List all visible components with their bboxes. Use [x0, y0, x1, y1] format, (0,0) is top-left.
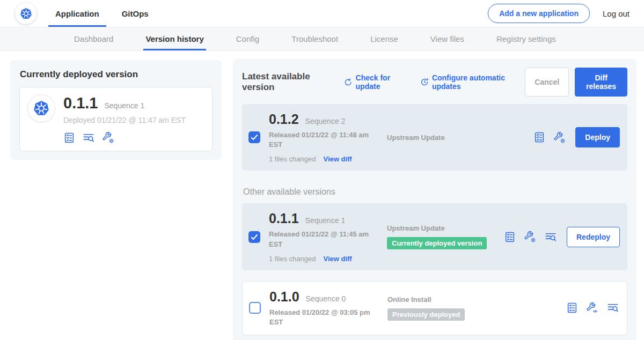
- latest-version-title: Latest available version: [242, 71, 334, 93]
- tab-gitops[interactable]: GitOps: [115, 0, 156, 27]
- released-timestamp: Released 01/20/22 @ 03:05 pm EST: [269, 308, 376, 327]
- deploy-button[interactable]: Deploy: [575, 127, 620, 147]
- sequence-label: Sequence 2: [305, 117, 346, 125]
- configure-automatic-updates-link[interactable]: Configure automatic updates: [420, 73, 525, 91]
- deploy-logs-icon[interactable]: [82, 132, 95, 144]
- version-source-label: Upstream Update: [387, 134, 533, 142]
- subnav-dashboard[interactable]: Dashboard: [74, 27, 113, 50]
- cancel-button[interactable]: Cancel: [525, 68, 569, 97]
- version-history-panel: Latest available version Check for updat…: [233, 59, 636, 340]
- refresh-icon: [344, 78, 352, 87]
- check-for-update-link[interactable]: Check for update: [344, 73, 410, 91]
- files-changed-label: 1 files changed: [269, 155, 316, 163]
- view-config-icon[interactable]: [586, 302, 598, 314]
- subnav-license[interactable]: License: [370, 27, 398, 50]
- version-checkbox[interactable]: [248, 231, 260, 243]
- version-checkbox[interactable]: [249, 302, 261, 314]
- deployed-version-number: 0.1.1: [63, 94, 98, 112]
- app-icon: [27, 94, 55, 122]
- edit-config-icon[interactable]: [553, 131, 566, 144]
- currently-deployed-badge: Currently deployed version: [387, 237, 487, 249]
- deployed-version-card: 0.1.1 Sequence 1 Deployed 01/21/22 @ 11:…: [19, 87, 213, 151]
- version-number: 0.1.2: [269, 112, 299, 127]
- subnav-config[interactable]: Config: [236, 27, 259, 50]
- edit-config-icon[interactable]: [102, 131, 114, 144]
- view-diff-link[interactable]: View diff: [323, 155, 352, 163]
- released-timestamp: Released 01/21/22 @ 11:48 am EST: [269, 130, 375, 150]
- version-card-0-1-0: 0.1.0 Sequence 0 Released 01/20/22 @ 03:…: [242, 281, 627, 335]
- edit-config-icon[interactable]: [524, 231, 536, 243]
- deployed-sequence-label: Sequence 1: [105, 101, 145, 110]
- currently-deployed-panel: Currently deployed version 0.1.1 Sequenc…: [10, 60, 222, 160]
- top-nav: Application GitOps Add a new application…: [0, 0, 644, 27]
- tab-application[interactable]: Application: [48, 0, 106, 27]
- diff-releases-button[interactable]: Diff releases: [575, 68, 627, 97]
- files-changed-label: 1 files changed: [269, 255, 316, 263]
- view-diff-link[interactable]: View diff: [323, 255, 352, 263]
- subnav-registry-settings[interactable]: Registry settings: [496, 27, 556, 50]
- topnav-tabs: Application GitOps: [48, 0, 164, 27]
- deployed-timestamp: Deployed 01/21/22 @ 11:47 am EST: [63, 116, 186, 124]
- other-versions-title: Other available versions: [243, 187, 627, 197]
- preflight-checks-icon[interactable]: [63, 132, 75, 144]
- add-application-button[interactable]: Add a new application: [488, 4, 590, 23]
- sequence-label: Sequence 0: [306, 294, 346, 303]
- app-sub-nav: Dashboard Version history Config Trouble…: [0, 27, 644, 51]
- sequence-label: Sequence 1: [305, 216, 346, 225]
- released-timestamp: Released 01/21/22 @ 11:45 am EST: [269, 230, 375, 249]
- redeploy-button[interactable]: Redeploy: [567, 227, 620, 247]
- previously-deployed-badge: Previously deployed: [387, 308, 465, 321]
- subnav-version-history[interactable]: Version history: [145, 27, 203, 50]
- main-content: Currently deployed version 0.1.1 Sequenc…: [0, 51, 644, 340]
- deploy-logs-icon[interactable]: [544, 231, 557, 243]
- version-card-0-1-1: 0.1.1 Sequence 1 Released 01/21/22 @ 11:…: [242, 203, 627, 270]
- preflight-checks-icon[interactable]: [533, 131, 545, 143]
- currently-deployed-title: Currently deployed version: [20, 69, 213, 80]
- latest-version-header: Latest available version Check for updat…: [242, 68, 627, 97]
- schedule-update-icon: [420, 77, 429, 87]
- preflight-checks-icon[interactable]: [566, 302, 578, 314]
- version-source-label: Online Install: [387, 295, 566, 304]
- topnav-right: Add a new application Log out: [488, 4, 630, 23]
- version-number: 0.1.0: [269, 289, 299, 305]
- subnav-view-files[interactable]: View files: [430, 27, 464, 50]
- preflight-checks-icon[interactable]: [504, 231, 516, 243]
- kubernetes-logo-icon: [15, 3, 36, 24]
- logout-link[interactable]: Log out: [603, 9, 630, 18]
- subnav-troubleshoot[interactable]: Troubleshoot: [291, 27, 338, 50]
- version-source-label: Upstream Update: [387, 224, 504, 232]
- version-number: 0.1.1: [269, 211, 299, 226]
- deploy-logs-icon[interactable]: [606, 302, 619, 314]
- version-card-0-1-2: 0.1.2 Sequence 2 Released 01/21/22 @ 11:…: [242, 104, 627, 171]
- version-checkbox[interactable]: [248, 131, 260, 143]
